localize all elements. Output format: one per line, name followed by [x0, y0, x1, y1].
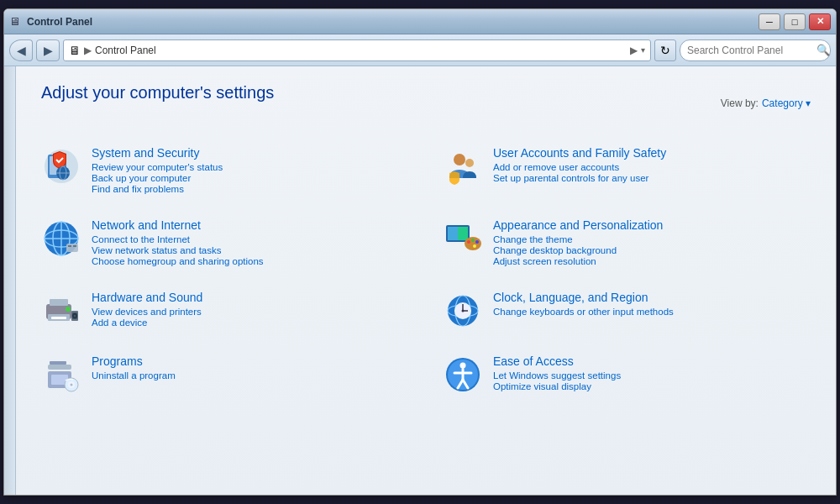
network-internet-text: Network and Internet Connect to the Inte…: [92, 218, 409, 267]
left-sidebar: [4, 66, 16, 495]
svg-point-52: [460, 363, 466, 369]
clock-language-title[interactable]: Clock, Language, and Region: [493, 291, 811, 304]
ease-of-access-link-2[interactable]: Optimize visual display: [493, 381, 811, 391]
category-hardware-sound: Hardware and Sound View devices and prin…: [41, 287, 409, 334]
ease-of-access-title[interactable]: Ease of Access: [493, 354, 811, 368]
forward-button[interactable]: ▶: [36, 39, 60, 61]
window-title: Control Panel: [27, 16, 92, 28]
ease-of-access-icon: [443, 354, 483, 395]
programs-link-1[interactable]: Uninstall a program: [92, 370, 409, 381]
system-security-title[interactable]: System and Security: [92, 146, 409, 160]
category-programs: Programs Uninstall a program: [41, 351, 409, 398]
ease-of-access-link-1[interactable]: Let Windows suggest settings: [493, 370, 811, 381]
hardware-sound-text: Hardware and Sound View devices and prin…: [92, 291, 409, 328]
user-accounts-title[interactable]: User Accounts and Family Safety: [493, 146, 811, 160]
address-dropdown[interactable]: ▾: [641, 45, 645, 55]
network-internet-link-1[interactable]: Connect to the Internet: [92, 234, 409, 244]
title-bar: 🖥 Control Panel ─ □ ✕: [4, 9, 836, 34]
system-security-icon: [41, 146, 81, 186]
system-security-link-3[interactable]: Find and fix problems: [92, 184, 409, 194]
user-accounts-icon: [443, 146, 483, 186]
back-button[interactable]: ◀: [9, 39, 33, 61]
network-internet-link-3[interactable]: Choose homegroup and sharing options: [92, 256, 409, 266]
category-ease-of-access: Ease of Access Let Windows suggest setti…: [443, 351, 811, 398]
hardware-sound-title[interactable]: Hardware and Sound: [92, 291, 409, 304]
svg-point-7: [465, 159, 474, 167]
address-text: Control Panel: [95, 45, 627, 56]
svg-rect-42: [48, 365, 71, 370]
system-security-link-1[interactable]: Review your computer's status: [92, 162, 409, 172]
user-accounts-link-2[interactable]: Set up parental controls for any user: [493, 173, 811, 183]
user-accounts-link-1[interactable]: Add or remove user accounts: [493, 162, 811, 172]
hardware-sound-link-1[interactable]: View devices and printers: [92, 307, 409, 317]
category-clock-language: Clock, Language, and Region Change keybo…: [443, 287, 811, 334]
close-button[interactable]: ✕: [809, 13, 831, 30]
clock-language-link-1[interactable]: Change keyboards or other input methods: [493, 307, 811, 317]
svg-point-22: [471, 239, 475, 242]
svg-point-29: [66, 307, 71, 312]
header-row: Adjust your computer's settings View by:…: [41, 83, 811, 123]
user-accounts-text: User Accounts and Family Safety Add or r…: [493, 146, 811, 184]
address-icon: 🖥: [69, 44, 81, 57]
system-security-link-2[interactable]: Back up your computer: [92, 173, 409, 183]
clock-language-icon: [443, 291, 483, 331]
svg-point-33: [74, 315, 76, 318]
system-security-text: System and Security Review your computer…: [92, 146, 409, 195]
categories-grid: System and Security Review your computer…: [41, 143, 811, 398]
search-bar[interactable]: 🔍: [680, 39, 831, 61]
svg-point-6: [454, 154, 465, 165]
ease-of-access-text: Ease of Access Let Windows suggest setti…: [493, 354, 811, 392]
view-by-section: View by: Category ▾: [721, 97, 811, 109]
svg-rect-28: [51, 317, 66, 319]
category-system-security: System and Security Review your computer…: [41, 143, 409, 198]
page-title: Adjust your computer's settings: [41, 83, 274, 102]
appearance-icon: [443, 218, 483, 259]
hardware-sound-icon: [41, 291, 81, 331]
view-by-dropdown[interactable]: Category ▾: [762, 97, 811, 109]
svg-rect-14: [68, 245, 71, 247]
programs-text: Programs Uninstall a program: [92, 354, 409, 381]
appearance-link-3[interactable]: Adjust screen resolution: [493, 256, 811, 266]
category-network-internet: Network and Internet Connect to the Inte…: [41, 215, 409, 270]
svg-rect-43: [50, 361, 66, 365]
category-appearance: Appearance and Personalization Change th…: [443, 215, 811, 270]
svg-point-49: [71, 384, 73, 386]
network-internet-title[interactable]: Network and Internet: [92, 218, 409, 232]
appearance-text: Appearance and Personalization Change th…: [493, 218, 811, 267]
svg-point-24: [473, 244, 476, 248]
programs-icon: [41, 354, 81, 395]
search-input[interactable]: [687, 45, 813, 56]
svg-point-23: [475, 240, 479, 244]
appearance-link-2[interactable]: Change desktop background: [493, 245, 811, 255]
appearance-link-1[interactable]: Change the theme: [493, 234, 811, 244]
view-by-label: View by:: [721, 97, 759, 109]
appearance-title[interactable]: Appearance and Personalization: [493, 218, 811, 232]
main-content: Adjust your computer's settings View by:…: [4, 66, 836, 495]
clock-language-text: Clock, Language, and Region Change keybo…: [493, 291, 811, 318]
svg-rect-13: [66, 244, 78, 252]
minimize-button[interactable]: ─: [759, 13, 780, 30]
network-internet-link-2[interactable]: View network status and tasks: [92, 245, 409, 255]
hardware-sound-link-2[interactable]: Add a device: [92, 318, 409, 328]
category-user-accounts: User Accounts and Family Safety Add or r…: [443, 143, 811, 198]
content-area: Adjust your computer's settings View by:…: [16, 66, 836, 495]
search-icon: 🔍: [816, 44, 830, 56]
maximize-button[interactable]: □: [784, 13, 806, 30]
refresh-button[interactable]: ↻: [654, 39, 676, 61]
window-controls: ─ □ ✕: [759, 13, 831, 30]
nav-bar: ◀ ▶ 🖥 ▶ Control Panel ▶ ▾ ↻ 🔍: [4, 34, 836, 66]
svg-rect-15: [73, 245, 76, 247]
main-window: 🖥 Control Panel ─ □ ✕ ◀ ▶ 🖥 ▶ Control Pa…: [3, 8, 837, 496]
svg-rect-19: [458, 227, 468, 240]
address-bar[interactable]: 🖥 ▶ Control Panel ▶ ▾: [63, 39, 651, 61]
svg-point-21: [467, 240, 470, 244]
title-bar-left: 🖥 Control Panel: [9, 15, 92, 28]
network-internet-icon: [41, 218, 81, 259]
programs-title[interactable]: Programs: [92, 354, 409, 368]
svg-rect-26: [50, 299, 68, 306]
svg-rect-18: [448, 227, 458, 240]
